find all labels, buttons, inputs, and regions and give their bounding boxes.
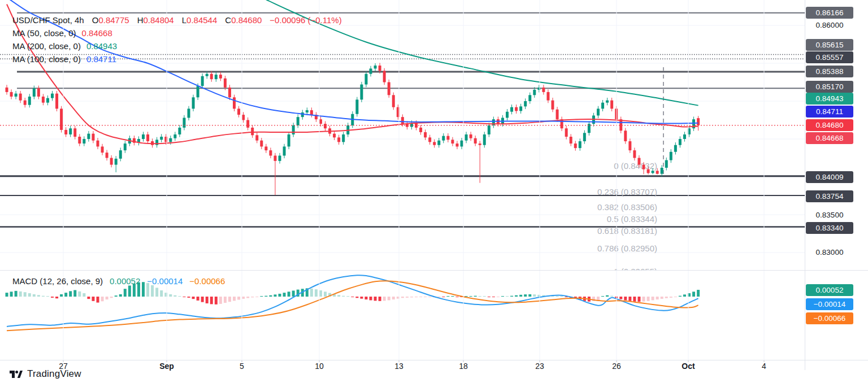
candle-body: [115, 159, 118, 165]
time-axis-label: Oct: [671, 362, 705, 371]
macd-histogram-bar: [197, 297, 199, 301]
candle-body: [565, 128, 568, 137]
candle-body: [283, 146, 286, 155]
ma200-label: MA (200, close, 0): [12, 40, 81, 53]
price-axis[interactable]: 0.861660.856150.855570.853880.851700.849…: [805, 0, 868, 372]
pane-separator[interactable]: [0, 270, 868, 271]
macd-histogram-bar: [665, 297, 668, 298]
candle-body: [579, 141, 581, 148]
fib-level-label[interactable]: 1 (0.82655): [614, 267, 657, 276]
macd-legend-row[interactable]: MACD (12, 26, close, 9) 0.00052 −0.00014…: [12, 276, 225, 286]
candle-body: [233, 97, 236, 108]
macd-histogram-bar: [188, 297, 190, 298]
macd-histogram-bar: [556, 296, 559, 297]
macd-histogram-bar: [37, 295, 40, 297]
macd-line-value: −0.00014: [147, 276, 183, 286]
macd-histogram-bar: [455, 297, 458, 297]
macd-histogram-bar: [33, 294, 36, 297]
candle-body: [683, 134, 686, 139]
macd-histogram-bar: [169, 294, 172, 297]
candle-body: [237, 108, 240, 115]
fib-level-label[interactable]: 0.786 (0.82950): [597, 243, 657, 253]
candle-body: [279, 155, 281, 160]
macd-hist-value: 0.00052: [110, 276, 140, 286]
candle-body: [242, 115, 245, 120]
candle-body: [528, 95, 531, 101]
candle-body: [364, 74, 367, 85]
macd-histogram-bar: [561, 296, 563, 297]
fib-level-label[interactable]: 0 (0.84032): [614, 161, 657, 171]
macd-histogram-bar: [679, 296, 682, 297]
macd-histogram-bar: [637, 297, 640, 302]
time-axis[interactable]: 27Sep51013182326Oct4: [0, 360, 805, 372]
candle-body: [119, 150, 122, 159]
macd-histogram-bar: [683, 294, 686, 297]
macd-histogram-bar: [233, 297, 236, 301]
candle-body: [583, 133, 586, 141]
macd-histogram-bar: [470, 296, 472, 297]
candle-body: [524, 101, 527, 106]
candle-body: [637, 158, 640, 165]
macd-histogram-bar: [319, 290, 322, 297]
fib-level-label[interactable]: 0.382 (0.83506): [597, 202, 657, 212]
candle-body: [169, 138, 172, 142]
price-axis-badge: 0.84943: [806, 93, 853, 105]
fib-level-label[interactable]: 0.236 (0.83707): [597, 187, 657, 197]
fib-level-label[interactable]: 0.618 (0.83181): [597, 226, 657, 236]
candle-body: [633, 150, 636, 158]
macd-histogram-bar: [206, 297, 209, 303]
macd-histogram-bar: [242, 297, 245, 299]
macd-histogram-bar: [674, 297, 677, 297]
macd-histogram-bar: [224, 297, 227, 303]
candle-body: [192, 97, 195, 108]
change-value: −0.00096 (−0.11%): [270, 14, 341, 27]
price-axis-badge: 0.85557: [806, 51, 853, 63]
macd-histogram-bar: [383, 297, 386, 301]
macd-histogram-bar: [173, 295, 176, 297]
macd-histogram-bar: [51, 297, 54, 298]
candle-body: [146, 134, 149, 141]
candle-body: [224, 79, 227, 88]
ma50-label: MA (50, close, 0): [12, 27, 76, 40]
candle-body: [310, 110, 313, 115]
candle-body: [474, 138, 477, 144]
macd-histogram-bar: [401, 297, 404, 298]
candle-body: [255, 135, 258, 140]
macd-histogram-bar: [42, 296, 45, 297]
macd-signal-line[interactable]: [7, 281, 698, 331]
macd-histogram-bar: [364, 297, 367, 299]
ma50-legend-row[interactable]: MA (50, close, 0) 0.84668: [12, 27, 342, 40]
time-axis-label: 26: [600, 362, 633, 371]
macd-histogram-bar: [528, 294, 531, 297]
macd-histogram-bar: [246, 297, 249, 298]
symbol-ohlc-row[interactable]: USD/CHF Spot, 4h O0.84775 H0.84804 L0.84…: [12, 14, 342, 27]
fib-level-label[interactable]: 0.5 (0.83344): [607, 214, 657, 224]
candle-body: [442, 136, 445, 141]
candle-body: [297, 117, 300, 125]
candle-body: [601, 103, 604, 109]
candle-body: [319, 119, 322, 124]
ma100-legend-row[interactable]: MA (100, close, 0) 0.84711: [12, 53, 342, 66]
candle-body: [570, 137, 572, 144]
candle-body: [355, 99, 358, 114]
macd-histogram-bar: [661, 297, 663, 299]
candle-body: [574, 144, 577, 148]
macd-histogram-bar: [160, 290, 163, 297]
macd-histogram-bar: [151, 285, 154, 297]
macd-histogram-bar: [474, 296, 477, 297]
macd-histogram-bar: [251, 297, 254, 297]
macd-histogram-bar: [697, 290, 700, 297]
price-axis-badge: 0.85170: [806, 81, 853, 93]
macd-histogram-bar: [410, 297, 413, 297]
candle-body: [360, 85, 363, 100]
candle-body: [24, 101, 27, 105]
macd-histogram-bar: [87, 297, 90, 299]
macd-histogram-bar: [237, 297, 240, 300]
macd-histogram-bar: [346, 296, 349, 297]
ma200-legend-row[interactable]: MA (200, close, 0) 0.84943: [12, 40, 342, 53]
candle-body: [656, 171, 659, 173]
price-axis-badge: 0.83754: [806, 190, 853, 202]
candle-body: [446, 136, 449, 140]
tradingview-branding[interactable]: TradingView: [9, 368, 81, 380]
candle-body: [519, 106, 522, 111]
